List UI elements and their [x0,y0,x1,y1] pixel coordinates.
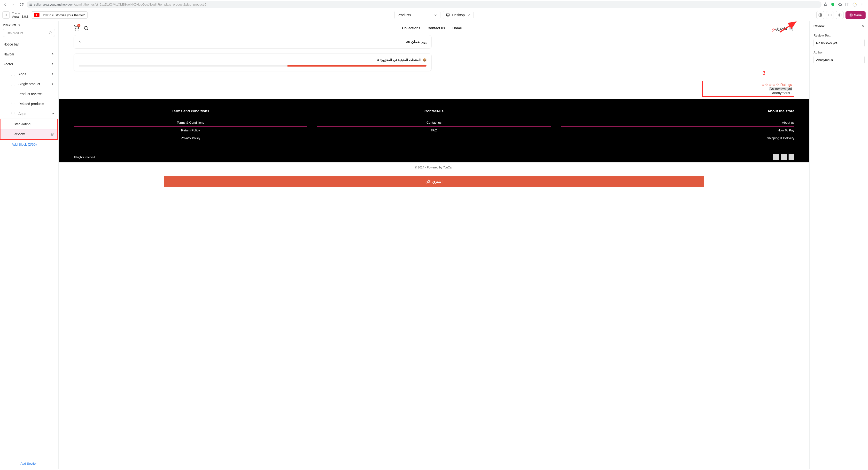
preview-heading[interactable]: PREVIEW [0,21,58,29]
trash-icon[interactable] [51,132,54,136]
inspector-panel: Review Review Text Author [810,21,868,469]
eye-icon [838,13,842,17]
search-icon[interactable] [83,25,89,31]
drag-handle-icon[interactable]: ⋮⋮ [10,72,17,76]
page-select[interactable]: Products [394,11,440,19]
code-button[interactable] [826,11,834,19]
page-select-label: Products [397,13,411,17]
annotation-box-3: ☆☆☆☆☆:Ratings .No reviews yet Anonymous … [702,81,795,97]
back-button[interactable] [2,11,10,19]
svg-point-11 [820,14,821,15]
chevron-down-icon [467,13,471,17]
section-apps-2[interactable]: ⋮⋮Apps [0,109,58,119]
svg-point-21 [78,30,78,30]
footer-col3-title: About the store [561,109,795,113]
star-icon[interactable] [824,2,828,7]
footer-link-privacy[interactable]: Privacy Policy [73,134,307,142]
svg-point-14 [49,32,51,34]
review-text-input[interactable] [813,39,865,47]
panel-title: Review [813,24,825,28]
settings-button[interactable] [816,11,824,19]
block-star-rating[interactable]: Star Rating [0,119,57,129]
close-icon[interactable] [861,24,865,28]
footer-rights: All rights reserved [73,156,95,159]
howto-button[interactable]: How to customize your theme? [31,11,88,19]
chevron-right-icon [51,53,55,56]
preview-button[interactable] [836,11,843,19]
footer-link-shipping[interactable]: Shipping & Delivery [561,134,795,142]
buy-now-button[interactable]: اشتري الآن [164,176,704,187]
url-path: /admin/themes/st_2axD1K3Mt1XLEGqwNX0HobG… [74,3,207,6]
author-input[interactable] [813,56,865,64]
gear-icon [818,13,822,17]
warranty-card[interactable]: 30 يوم ضمان [73,35,432,48]
svg-line-23 [87,29,88,30]
device-select[interactable]: Desktop [443,11,473,19]
search-placeholder: Fifth product [6,31,23,35]
section-single-product[interactable]: ⋮⋮Single product [0,79,58,89]
browser-back-icon[interactable] [2,1,8,8]
url-host: seller-area.youcanshop.dev [34,3,73,6]
external-link-icon [18,24,20,26]
footer-link-terms[interactable]: Terms & Conditions [73,119,307,126]
svg-rect-8 [446,14,449,16]
drag-handle-icon[interactable]: ⋮⋮ [10,112,17,116]
svg-point-5 [862,3,862,3]
kebab-menu-icon[interactable] [860,2,864,7]
save-button[interactable]: Save [845,11,866,19]
profile-icon[interactable] [852,2,857,7]
review-text: .No reviews yet [769,87,792,91]
store-logo[interactable]: متجري 🛒 [775,25,795,31]
drag-handle-icon[interactable]: ⋮⋮ [10,82,17,86]
add-block-link[interactable]: Add Block (2/50) [0,140,58,149]
chevron-right-icon [51,82,55,86]
theme-label: Theme [12,12,29,15]
svg-point-22 [84,26,87,30]
chevron-down-icon [79,40,82,43]
footer-link-pay[interactable]: How To Pay [561,126,795,134]
section-apps-1[interactable]: ⋮⋮Apps [0,69,58,79]
cart-badge: 0 [77,24,81,27]
section-navbar[interactable]: Navbar [0,49,58,59]
nav-contact[interactable]: Contact us [428,26,445,30]
section-notice-bar[interactable]: Notice bar [0,39,58,49]
drag-handle-icon[interactable]: ⋮⋮ [10,102,17,106]
section-related-products[interactable]: ⋮⋮Related products [0,99,58,109]
nav-home[interactable]: Home [453,26,462,30]
site-settings-icon [29,3,32,6]
browser-forward-icon[interactable] [10,1,17,8]
footer-col2-title: Contact-us [317,109,551,113]
preview-search[interactable]: Fifth product [3,29,55,37]
code-icon [828,13,832,17]
footer-link-about[interactable]: About us [561,119,795,126]
extensions-icon[interactable] [838,2,842,7]
url-bar[interactable]: seller-area.youcanshop.dev/admin/themes/… [27,1,822,8]
cart-button[interactable]: 0 [73,25,79,31]
svg-rect-0 [30,4,32,4]
footer-link-return[interactable]: Return Policy [73,126,307,134]
social-icon[interactable] [773,154,779,160]
add-section-link[interactable]: Add Section [0,458,58,469]
stock-card: المنتجات المتبقية في المخزون: 4 📦 [73,54,432,71]
shield-icon[interactable] [831,2,835,7]
powered-by-link[interactable]: Powered by YouCan [427,166,453,169]
social-icon[interactable] [788,154,795,160]
stock-text: المنتجات المتبقية في المخزون: 4 [377,58,421,62]
review-text-label: Review Text [813,34,865,37]
chevron-right-icon [51,62,55,66]
social-icon[interactable] [781,154,786,160]
panel-icon[interactable] [845,2,849,7]
block-review[interactable]: Review [0,129,57,139]
search-icon [49,31,52,35]
section-product-reviews[interactable]: ⋮⋮Product reviews [0,89,58,99]
drag-handle-icon[interactable]: ⋮⋮ [10,92,17,96]
svg-rect-1 [30,5,32,5]
browser-reload-icon[interactable] [19,1,25,8]
nav-collections[interactable]: Collections [402,26,420,30]
store-header: 0 Collections Contact us Home متجري 🛒 [59,21,809,35]
svg-point-20 [75,30,76,30]
footer-link-contact[interactable]: Contact us [317,119,551,126]
youtube-icon [34,13,39,17]
section-footer[interactable]: Footer [0,59,58,69]
footer-link-faq[interactable]: FAQ [317,126,551,134]
